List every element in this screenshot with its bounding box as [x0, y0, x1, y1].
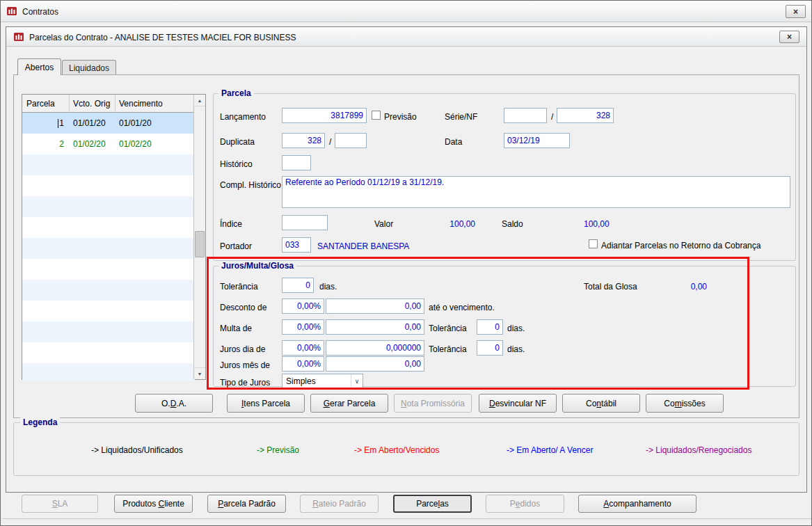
grid-cell: 01/02/20 — [70, 134, 116, 154]
button-label-part: G — [324, 399, 330, 408]
valor-value: 100,00 — [439, 219, 475, 229]
duplicata-input[interactable] — [282, 133, 325, 148]
button-label-part: Parce — [416, 499, 438, 509]
button-label-part: LA — [58, 499, 68, 509]
saldo-value: 100,00 — [584, 219, 610, 229]
multa-value-input[interactable] — [326, 319, 424, 335]
total-glosa-label: Total da Glosa — [584, 282, 637, 292]
desconto-percent-input[interactable] — [282, 298, 324, 314]
previsao-checkbox[interactable] — [372, 111, 381, 120]
oda-button[interactable]: O.D.A. — [135, 394, 213, 413]
gerar-parcela-button[interactable]: Gerar Parcela — [310, 394, 388, 413]
compl-historico-input[interactable]: Referente ao Período 01/12/19 a 31/12/19… — [282, 176, 790, 208]
nf-input[interactable] — [557, 108, 614, 123]
button-label-part: arcela Padrão — [223, 499, 276, 509]
tab-liquidados[interactable]: Liquidados — [62, 60, 116, 75]
parcela-group-title: Parcela — [218, 88, 254, 98]
indice-input[interactable] — [282, 215, 328, 230]
scroll-up-icon: ▲ — [198, 98, 202, 103]
scroll-down-button[interactable]: ▼ — [194, 367, 205, 379]
edit-caret — [58, 119, 58, 128]
grid-cell: 01/02/20 — [116, 134, 195, 154]
button-label-part: tens Parcela — [244, 399, 290, 408]
scroll-thumb[interactable] — [195, 231, 205, 257]
button-label-part: companhamento — [609, 499, 671, 509]
grid-cell: 01/01/20 — [70, 113, 116, 134]
contabil-button[interactable]: Contábil — [562, 394, 640, 413]
grid-cell: 1 — [22, 113, 70, 134]
legenda-group-title: Legenda — [20, 417, 60, 427]
button-label-part: m — [675, 399, 682, 408]
grid-cell: 01/01/20 — [116, 113, 195, 134]
tab-label: Abertos — [25, 63, 54, 72]
button-label-part: e — [516, 499, 520, 509]
grid-header: Parcela Vcto. Orig Vencimento — [22, 95, 195, 113]
button-label-part: liente — [164, 499, 184, 509]
portador-code-input[interactable] — [282, 237, 311, 253]
button-label-part: esvincular NF — [495, 399, 546, 408]
data-input[interactable] — [504, 133, 570, 148]
historico-label: Histórico — [220, 159, 253, 169]
bottom-separator — [2, 518, 811, 519]
indice-label: Índice — [220, 219, 242, 229]
juros-mes-value-input[interactable] — [326, 356, 424, 372]
column-header-vencimento[interactable]: Vencimento — [116, 95, 195, 113]
juros-dia-value-input[interactable] — [326, 340, 424, 356]
valor-label: Valor — [374, 219, 393, 229]
button-label-part: Produtos — [122, 499, 158, 509]
multa-percent-input[interactable] — [282, 319, 324, 335]
legend-item-previsao: -> Previsão — [257, 445, 299, 455]
duplicata-slash: / — [329, 137, 331, 147]
serie-input[interactable] — [504, 108, 547, 123]
desvincular-nf-button[interactable]: Desvincular NF — [479, 394, 557, 413]
juros-group-title: Juros/Multa/Glosa — [218, 261, 296, 271]
lancamento-input[interactable] — [282, 108, 367, 123]
sla-button: SLA — [22, 495, 98, 513]
juros-dia-dias-label: dias. — [507, 344, 525, 354]
app-icon — [6, 6, 17, 17]
parcelas-grid: Parcela Vcto. Orig Vencimento 1 01/01/20… — [22, 94, 206, 380]
parcela-padrao-button[interactable]: Parcela Padrão — [207, 495, 286, 513]
juros-dia-tolerancia-input[interactable] — [477, 340, 503, 356]
multa-tolerancia-input[interactable] — [477, 319, 503, 335]
button-label-part: N — [401, 399, 407, 408]
tipo-juros-select[interactable]: Simples ∨ — [282, 374, 363, 389]
desconto-value-input[interactable] — [326, 298, 424, 314]
adiantar-checkbox[interactable] — [589, 239, 598, 248]
juros-mes-label: Juros mês de — [220, 360, 270, 370]
legend-item-em-aberto-vencidos: -> Em Aberto/Vencidos — [354, 445, 439, 455]
acompanhamento-button[interactable]: Acompanhamento — [578, 495, 696, 513]
tab-label: Liquidados — [69, 63, 109, 73]
duplicata-seq-input[interactable] — [335, 133, 367, 148]
juros-dia-percent-input[interactable] — [282, 340, 324, 356]
data-label: Data — [445, 137, 462, 147]
desconto-label: Desconto de — [220, 303, 266, 312]
tolerancia-input[interactable] — [282, 278, 314, 293]
inner-close-button[interactable]: × — [779, 31, 799, 43]
total-glosa-value: 0,00 — [665, 282, 707, 292]
duplicata-label: Duplicata — [220, 137, 255, 147]
button-label-part: Co — [586, 399, 596, 408]
portador-name: SANTANDER BANESPA — [317, 241, 409, 251]
outer-close-button[interactable]: × — [786, 5, 806, 18]
inner-titlebar[interactable]: Parcelas do Contrato - ANALISE DE TESTES… — [6, 27, 806, 47]
multa-tolerancia-label: Tolerância — [429, 324, 467, 333]
grid-row-previsao[interactable]: 2 01/02/20 01/02/20 — [22, 134, 195, 154]
button-label-part: R — [312, 499, 319, 509]
juros-mes-percent-input[interactable] — [282, 356, 324, 372]
comissoes-button[interactable]: Comissões — [646, 394, 724, 413]
parcelas-button[interactable]: Parcelas — [393, 495, 472, 513]
produtos-cliente-button[interactable]: Produtos Cliente — [114, 495, 193, 513]
column-header-parcela[interactable]: Parcela — [22, 95, 70, 113]
button-label-part: P — [218, 499, 223, 509]
outer-titlebar[interactable]: Contratos × — [1, 1, 812, 22]
historico-input[interactable] — [282, 155, 311, 170]
itens-parcela-button[interactable]: Itens Parcela — [227, 394, 305, 413]
grid-row-selected[interactable]: 1 01/01/20 01/01/20 — [22, 113, 195, 134]
tab-abertos[interactable]: Abertos — [17, 58, 61, 75]
scroll-up-button[interactable]: ▲ — [194, 95, 205, 106]
button-label-part: n — [596, 399, 601, 408]
button-label-part: Co — [664, 399, 674, 408]
grid-scrollbar[interactable]: ▲ ▼ — [193, 95, 205, 379]
column-header-vcto-orig[interactable]: Vcto. Orig — [70, 95, 116, 113]
